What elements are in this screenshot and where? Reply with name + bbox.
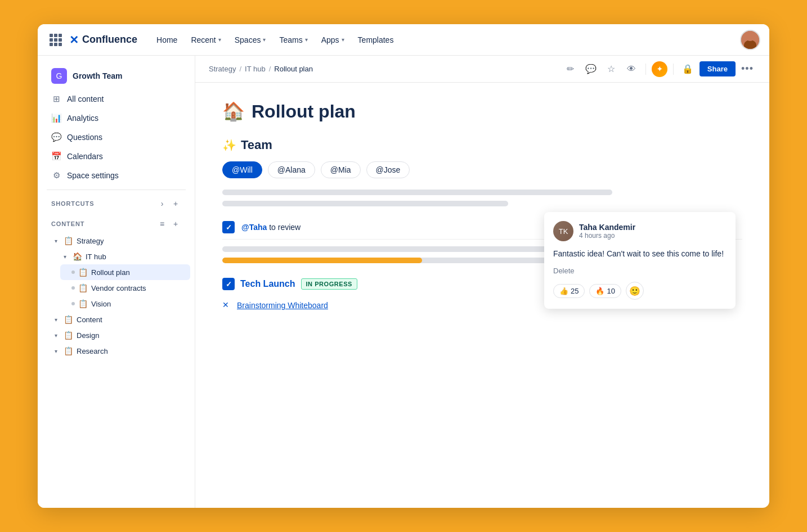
progress-fill <box>222 258 422 263</box>
comment-reactions: 👍 25 🔥 10 🙂 <box>553 282 727 300</box>
dot-icon <box>71 302 75 305</box>
strategy-children: ▾ 🏠 IT hub 📋 Rollout plan 📋 Vendor contr… <box>38 249 195 312</box>
chevron-down-icon: ▾ <box>305 37 308 43</box>
share-button[interactable]: Share <box>700 61 736 76</box>
tree-item-content[interactable]: ▾ 📋 Content <box>42 312 190 327</box>
nav-teams[interactable]: Teams ▾ <box>274 32 313 48</box>
sparkles-icon: ✨ <box>222 138 236 152</box>
chevron-down-icon: ▾ <box>218 37 221 43</box>
comment-author-avatar: TK <box>553 221 573 241</box>
dot-icon <box>71 286 75 290</box>
nav-templates[interactable]: Templates <box>352 32 400 48</box>
calendar-icon: 📅 <box>51 151 61 161</box>
tag-will[interactable]: @Will <box>222 161 262 178</box>
task-checkbox-tech[interactable]: ✓ <box>222 278 235 290</box>
star-icon[interactable]: ☆ <box>603 61 620 78</box>
view-icon[interactable]: 👁 <box>623 61 640 78</box>
lock-icon[interactable]: 🔒 <box>679 61 696 78</box>
add-reaction-button[interactable]: 🙂 <box>626 282 644 300</box>
page-toolbar: Strategy / IT hub / Rollout plan ✏ 💬 ☆ 👁… <box>195 56 769 83</box>
placeholder-line <box>222 201 508 206</box>
tree-item-research[interactable]: ▾ 📋 Research <box>42 343 190 359</box>
breadcrumb-separator: / <box>269 65 271 73</box>
logo-text: Confluence <box>82 34 137 46</box>
tree-item-vendor-contracts[interactable]: 📋 Vendor contracts <box>60 280 190 296</box>
sidebar-item-all-content[interactable]: ⊞ All content <box>42 89 190 109</box>
apps-grid-button[interactable] <box>47 31 65 49</box>
content-section-header: CONTENT ≡ + <box>42 215 190 233</box>
content-actions: ≡ + <box>156 218 181 229</box>
comment-author-info: Taha Kandemir 4 hours ago <box>579 223 635 240</box>
breadcrumb: Strategy / IT hub / Rollout plan <box>209 65 558 73</box>
sidebar-item-questions[interactable]: 💬 Questions <box>42 128 190 147</box>
chart-icon: 📊 <box>51 113 61 123</box>
tag-alana[interactable]: @Alana <box>268 161 315 178</box>
nav-apps[interactable]: Apps ▾ <box>316 32 350 48</box>
chevron-down-icon: ▾ <box>51 315 60 324</box>
sidebar-item-analytics[interactable]: 📊 Analytics <box>42 109 190 128</box>
tree-item-vision[interactable]: 📋 Vision <box>60 296 190 312</box>
dot-icon <box>71 270 75 274</box>
sidebar-divider <box>47 190 186 190</box>
breadcrumb-it-hub[interactable]: IT hub <box>245 65 266 73</box>
task-mention: @Taha <box>241 223 267 232</box>
reaction-count: 10 <box>607 287 615 295</box>
team-tags: @Will @Alana @Mia @Jose <box>222 161 742 178</box>
nav-home[interactable]: Home <box>151 32 183 48</box>
nav-links: Home Recent ▾ Spaces ▾ Teams ▾ Apps ▾ Te… <box>151 32 740 48</box>
task-text: @Taha to review <box>241 223 301 232</box>
task-checkbox[interactable]: ✓ <box>222 221 235 233</box>
logo-icon: ✕ <box>69 33 79 47</box>
edit-icon[interactable]: ✏ <box>562 61 579 78</box>
space-name: Growth Team <box>73 71 122 80</box>
nav-spaces[interactable]: Spaces ▾ <box>229 32 272 48</box>
fire-icon: 🔥 <box>595 287 604 295</box>
comment-body: Fantastic idea! Can't wait to see this c… <box>553 248 727 260</box>
comment-popup: TK Taha Kandemir 4 hours ago Fantastic i… <box>544 212 736 309</box>
sidebar-item-space-settings[interactable]: ⚙ Space settings <box>42 166 190 185</box>
comment-icon[interactable]: 💬 <box>582 61 599 78</box>
it-hub-children: 📋 Rollout plan 📋 Vendor contracts 📋 Visi… <box>47 264 195 312</box>
shortcuts-expand-btn[interactable]: › <box>156 198 168 209</box>
breadcrumb-separator: / <box>239 65 241 73</box>
chevron-down-icon: ▾ <box>51 236 60 245</box>
sidebar-space-header[interactable]: G Growth Team <box>42 62 190 89</box>
ai-icon[interactable]: ✦ <box>652 61 667 77</box>
logo[interactable]: ✕ Confluence <box>69 33 137 47</box>
question-icon: 💬 <box>51 132 61 142</box>
smiley-icon: 🙂 <box>629 286 640 296</box>
nav-recent[interactable]: Recent ▾ <box>185 32 226 48</box>
sidebar-item-calendars[interactable]: 📅 Calendars <box>42 147 190 166</box>
tree-item-it-hub[interactable]: ▾ 🏠 IT hub <box>51 249 190 264</box>
page-title: 🏠 Rollout plan <box>222 101 742 122</box>
content-filter-btn[interactable]: ≡ <box>156 218 168 229</box>
tree-item-strategy[interactable]: ▾ 📋 Strategy <box>42 233 190 249</box>
reaction-fire[interactable]: 🔥 10 <box>589 284 621 298</box>
breadcrumb-current: Rollout plan <box>274 65 313 73</box>
brainstorming-link[interactable]: Brainstorming Whiteboard <box>237 301 328 310</box>
reaction-thumbsup[interactable]: 👍 25 <box>553 284 585 298</box>
comment-delete-button[interactable]: Delete <box>553 267 727 275</box>
page-body: 🏠 Rollout plan ✨ Team @Will @Alana @Mia … <box>195 83 769 508</box>
user-avatar[interactable] <box>740 30 760 50</box>
tech-launch-text: Tech Launch <box>240 279 295 289</box>
breadcrumb-strategy[interactable]: Strategy <box>209 65 236 73</box>
shortcuts-add-btn[interactable]: + <box>170 198 181 209</box>
tree-item-rollout-plan[interactable]: 📋 Rollout plan <box>60 264 190 280</box>
more-options-button[interactable]: ••• <box>739 61 756 78</box>
main-area: G Growth Team ⊞ All content 📊 Analytics … <box>38 56 769 508</box>
space-icon: G <box>51 68 67 84</box>
top-navigation: ✕ Confluence Home Recent ▾ Spaces ▾ Team… <box>38 24 769 56</box>
team-section-heading: ✨ Team <box>222 138 742 152</box>
content-add-btn[interactable]: + <box>170 218 181 229</box>
content-placeholder-lines <box>222 190 742 206</box>
tag-mia[interactable]: @Mia <box>321 161 361 178</box>
toolbar-divider <box>673 64 674 75</box>
shortcuts-section: SHORTCUTS › + <box>42 195 190 213</box>
placeholder-line <box>222 190 612 195</box>
tag-jose[interactable]: @Jose <box>366 161 410 178</box>
tree-item-design[interactable]: ▾ 📋 Design <box>42 327 190 343</box>
page-emoji: 🏠 <box>222 101 245 122</box>
chevron-down-icon: ▾ <box>51 331 60 340</box>
app-window: ✕ Confluence Home Recent ▾ Spaces ▾ Team… <box>38 24 769 508</box>
